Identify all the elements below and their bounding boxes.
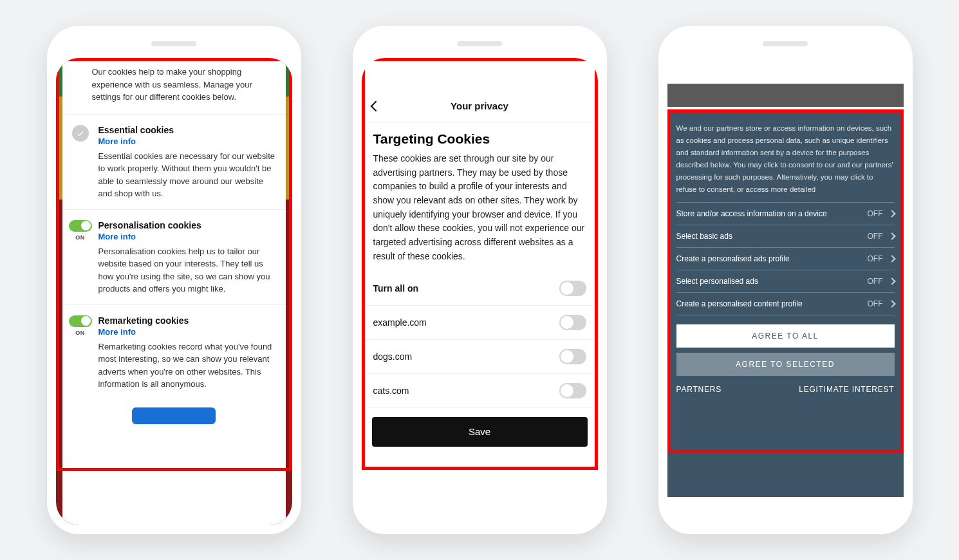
chevron-right-icon[interactable] xyxy=(888,300,895,307)
toggle-remarketing[interactable] xyxy=(69,315,92,327)
purpose-state: OFF xyxy=(868,232,883,241)
row-dogs: dogs.com xyxy=(362,340,598,374)
section-title: Personalisation cookies xyxy=(98,220,275,230)
purpose-row[interactable]: Select personalised ads OFF xyxy=(676,270,895,293)
section-title: Essential cookies xyxy=(98,125,275,135)
purpose-state: OFF xyxy=(868,277,883,286)
toggle-all[interactable] xyxy=(559,281,586,296)
toggle-dogs[interactable] xyxy=(559,349,586,364)
toggle-cats[interactable] xyxy=(559,383,586,398)
section-desc: Personalisation cookies help us to tailo… xyxy=(98,245,275,295)
purpose-label: Create a personalised content profile xyxy=(676,299,868,308)
purpose-label: Store and/or access information on a dev… xyxy=(676,209,868,218)
page-desc: These cookies are set through our site b… xyxy=(362,152,598,272)
section-personalisation: ON Personalisation cookies More info Per… xyxy=(62,209,286,304)
check-icon xyxy=(72,125,89,142)
purpose-label: Create a personalised ads profile xyxy=(676,254,868,263)
row-example: example.com xyxy=(362,306,598,340)
agree-selected-button[interactable]: AGREE TO SELECTED xyxy=(676,353,895,376)
purpose-row[interactable]: Store and/or access information on a dev… xyxy=(676,202,895,225)
phone-mockup-1: Our cookies help to make your shopping e… xyxy=(47,26,301,534)
purpose-label: Select personalised ads xyxy=(676,277,868,286)
purpose-state: OFF xyxy=(868,299,883,308)
toggle-example[interactable] xyxy=(559,315,586,330)
section-desc: Remarketing cookies record what you've f… xyxy=(98,341,275,391)
row-label: cats.com xyxy=(373,386,409,396)
purpose-row[interactable]: Create a personalised content profile OF… xyxy=(676,293,895,315)
legitimate-interest-link[interactable]: LEGITIMATE INTEREST xyxy=(799,385,894,394)
chevron-right-icon[interactable] xyxy=(888,232,895,239)
section-desc: Essential cookies are necessary for our … xyxy=(98,150,275,200)
purpose-state: OFF xyxy=(868,209,883,218)
row-turn-all-on: Turn all on xyxy=(362,272,598,306)
more-info-link[interactable]: More info xyxy=(98,136,275,146)
agree-all-button[interactable]: AGREE TO ALL xyxy=(676,324,895,348)
toggle-state-label: ON xyxy=(75,234,85,241)
page-heading: Targeting Cookies xyxy=(362,122,598,152)
consent-intro: We and our partners store or access info… xyxy=(676,122,895,196)
toggle-state-label: ON xyxy=(75,330,85,336)
row-label: Turn all on xyxy=(373,283,419,294)
section-title: Remarketing cookies xyxy=(98,315,275,326)
section-remarketing: ON Remarketing cookies More info Remarke… xyxy=(62,304,286,400)
chevron-right-icon[interactable] xyxy=(888,277,895,285)
chevron-right-icon[interactable] xyxy=(888,255,895,262)
toggle-personalisation[interactable] xyxy=(69,220,92,232)
chevron-right-icon[interactable] xyxy=(888,210,895,217)
more-info-link[interactable]: More info xyxy=(98,232,275,241)
row-label: example.com xyxy=(373,317,427,328)
consent-panel: We and our partners store or access info… xyxy=(667,112,904,497)
background-bar xyxy=(667,84,904,107)
header-title: Your privacy xyxy=(451,100,508,111)
row-label: dogs.com xyxy=(373,351,413,362)
intro-text: Our cookies help to make your shopping e… xyxy=(62,58,286,114)
more-info-link[interactable]: More info xyxy=(98,327,275,337)
phone-mockup-3: We and our partners store or access info… xyxy=(658,26,913,534)
purpose-label: Select basic ads xyxy=(676,232,868,241)
dialog-header: Your privacy xyxy=(362,90,598,122)
save-button-partial[interactable] xyxy=(132,407,216,424)
partners-link[interactable]: PARTNERS xyxy=(676,385,722,394)
purpose-row[interactable]: Create a personalised ads profile OFF xyxy=(676,248,895,270)
phone-mockup-2: Your privacy Targeting Cookies These coo… xyxy=(353,26,607,534)
purpose-state: OFF xyxy=(868,254,883,263)
section-essential: Essential cookies More info Essential co… xyxy=(62,114,286,209)
back-icon[interactable] xyxy=(370,100,381,111)
scrollbar-indicator[interactable] xyxy=(901,245,904,283)
cookie-settings-panel: Our cookies help to make your shopping e… xyxy=(62,58,286,525)
purpose-row[interactable]: Select basic ads OFF xyxy=(676,225,895,248)
row-cats: cats.com xyxy=(362,374,598,408)
save-button[interactable]: Save xyxy=(372,417,588,447)
